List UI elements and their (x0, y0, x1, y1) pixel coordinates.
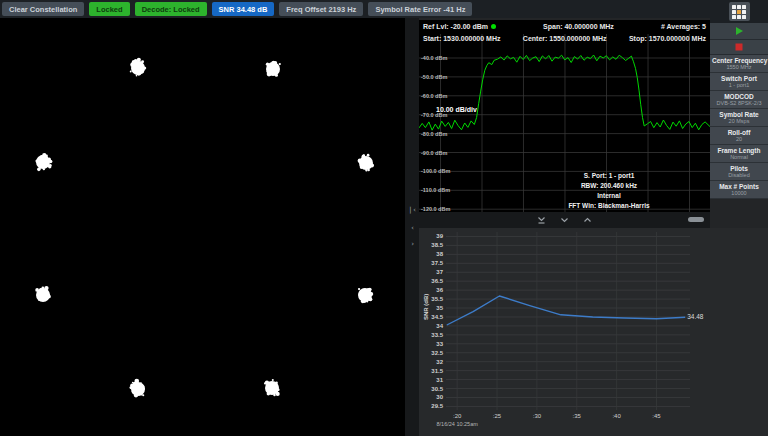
constellation-dot (41, 287, 44, 290)
span-label: Span: 40.000000 MHz (543, 21, 614, 32)
sidebar-item-pilots[interactable]: PilotsDisabled (710, 163, 768, 181)
sidebar-header (710, 0, 768, 23)
lock-status-badge: Locked (89, 2, 129, 16)
y-tick-label: 32.5 (431, 350, 443, 356)
sidebar-item-label: Pilots (712, 165, 766, 173)
spectrum-header: Ref Lvl: -20.00 dBm Span: 40.000000 MHz … (419, 20, 710, 44)
constellation-dot (268, 68, 270, 70)
sidebar-item-label: MODCOD (712, 93, 766, 101)
constellation-dot (43, 166, 45, 168)
constellation-point (129, 379, 145, 398)
play-button[interactable] (710, 23, 768, 40)
chevron-up-icon[interactable] (582, 216, 593, 225)
sidebar: Center Frequency1550 MHzSwitch Port1 - p… (710, 0, 768, 199)
constellation-dot (367, 169, 369, 171)
constellation-dot (134, 379, 139, 384)
sidebar-settings-list: Center Frequency1550 MHzSwitch Port1 - p… (710, 55, 768, 199)
constellation-dot (46, 294, 48, 296)
collapse-down-icon[interactable] (536, 216, 547, 225)
x-axis-date-label: 8/16/24 10:25am (437, 421, 479, 427)
snr-current-value-label: 34.48 (687, 313, 704, 320)
sidebar-item-label: Max # Points (712, 183, 766, 191)
constellation-dot (136, 75, 138, 77)
sidebar-item-symbol-rate[interactable]: Symbol Rate20 Msps (710, 109, 768, 127)
y-axis-label: -120.0 dBm (421, 206, 450, 212)
constellation-dot (35, 288, 39, 292)
spectrum-info-line: RBW: 200.460 kHz (581, 182, 638, 189)
constellation-dot (132, 390, 136, 394)
constellation-dot (142, 394, 144, 396)
constellation-dot (358, 158, 362, 162)
spectrum-info-line: S. Port: 1 - port1 (584, 172, 635, 180)
constellation-dot (47, 164, 50, 167)
constellation-dot (368, 162, 372, 166)
constellation-dot (373, 164, 374, 165)
constellation-dot (35, 160, 38, 163)
constellation-dot (273, 383, 278, 388)
sidebar-item-switch-port[interactable]: Switch Port1 - port1 (710, 73, 768, 91)
constellation-dot (137, 58, 141, 62)
constellation-point (35, 286, 51, 302)
sidebar-item-roll-off[interactable]: Roll-off20 (710, 127, 768, 145)
sidebar-item-frame-length[interactable]: Frame LengthNormal (710, 145, 768, 163)
y-tick-label: 29.5 (431, 403, 443, 409)
y-axis-label: -100.0 dBm (421, 168, 450, 174)
sidebar-item-label: Roll-off (712, 129, 766, 137)
pane-divider[interactable]: |‹ ‹ › (405, 18, 419, 436)
snr-line (447, 296, 685, 325)
y-tick-label: 33.5 (431, 332, 443, 338)
constellation-dot (44, 298, 46, 300)
y-tick-label: 36 (436, 287, 443, 293)
constellation-dot (132, 60, 136, 64)
constellation-dot (140, 382, 142, 384)
constellation-dot (364, 300, 367, 303)
sidebar-item-value: Disabled (712, 172, 766, 179)
apps-menu-button[interactable] (729, 2, 750, 21)
chevron-down-icon[interactable] (559, 216, 570, 225)
apps-grid-icon (732, 5, 746, 19)
constellation-dot (265, 380, 269, 384)
constellation-dot (39, 164, 42, 167)
constellation-dot (276, 392, 280, 396)
constellation-dot (365, 169, 367, 171)
y-tick-label: 39 (436, 233, 443, 239)
y-tick-label: 32 (436, 359, 443, 365)
y-axis-label: -110.0 dBm (421, 187, 450, 193)
constellation-dot (140, 386, 144, 390)
sidebar-item-center-frequency[interactable]: Center Frequency1550 MHz (710, 55, 768, 73)
snr-history-panel: 3938.53837.53736.53635.53534.53433.53332… (419, 228, 768, 436)
sidebar-item-value: DVB-S2 8PSK-2/3 (712, 100, 766, 107)
clear-constellation-button[interactable]: Clear Constellation (2, 2, 84, 16)
stop-button[interactable] (710, 40, 768, 55)
y-tick-label: 30 (436, 394, 443, 400)
constellation-dot (132, 382, 134, 384)
chevron-left-icon[interactable]: ‹ (407, 224, 418, 232)
sidebar-item-max-points[interactable]: Max # Points10000 (710, 181, 768, 199)
constellation-dot (277, 388, 279, 390)
constellation-point (130, 58, 146, 77)
constellation-dot (368, 293, 370, 295)
sidebar-item-label: Frame Length (712, 147, 766, 155)
y-axis-label: -40.0 dBm (421, 55, 447, 61)
constellation-dot (143, 66, 146, 69)
constellation-dot (272, 61, 275, 64)
sidebar-item-label: Symbol Rate (712, 111, 766, 119)
snr-chart-canvas: 3938.53837.53736.53635.53534.53433.53332… (419, 228, 768, 436)
sidebar-item-value: 10000 (712, 190, 766, 197)
collapse-left-icon[interactable]: |‹ (407, 206, 418, 214)
y-tick-label: 37.5 (431, 260, 443, 266)
constellation-dot (275, 74, 278, 77)
chevron-right-icon[interactable]: › (407, 240, 418, 248)
sidebar-item-modcod[interactable]: MODCODDVB-S2 8PSK-2/3 (710, 91, 768, 109)
ref-marker-icon (491, 24, 496, 29)
pane-resize-handle[interactable] (688, 217, 704, 222)
x-tick-label: :25 (493, 413, 502, 419)
constellation-dot (279, 63, 281, 65)
y-tick-label: 31 (436, 377, 443, 383)
ref-level-label: Ref Lvl: -20.00 dBm (423, 21, 496, 32)
sidebar-item-label: Center Frequency (712, 57, 766, 65)
y-axis-label: -60.0 dBm (421, 93, 447, 99)
spectrum-panel: -40.0 dBm-50.0 dBm-60.0 dBm-70.0 dBm-80.… (419, 20, 710, 212)
constellation-dot (368, 297, 372, 301)
constellation-dot (130, 384, 134, 388)
